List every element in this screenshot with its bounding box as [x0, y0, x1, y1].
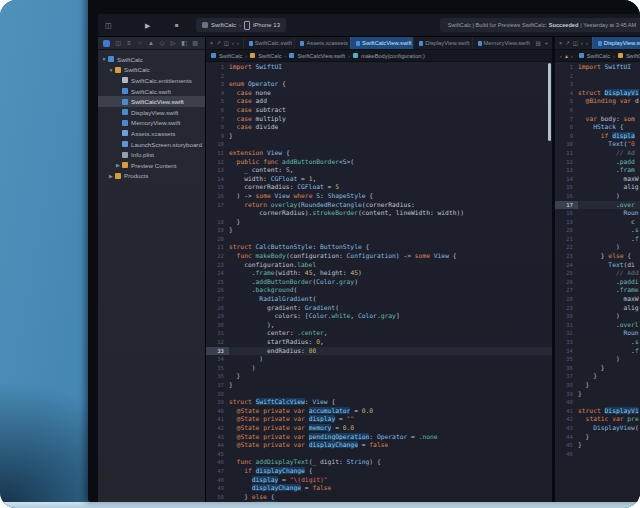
code-line: 10: [206, 140, 552, 149]
breadcrumb-item[interactable]: SwiftCalcView.swift: [297, 53, 345, 59]
breadcrumb-item[interactable]: SwiftCalc: [587, 53, 610, 59]
editor-control-icon[interactable]: ×: [210, 40, 213, 46]
editor-tab[interactable]: SwiftCalcView.swift: [350, 37, 413, 49]
file-row[interactable]: ▶Products: [98, 171, 205, 182]
editor-option-icon[interactable]: ▤: [536, 40, 541, 46]
line-number: 33: [555, 338, 578, 347]
line-number: 33: [206, 347, 229, 356]
breadcrumb-item[interactable]: makeBody(configuration:): [361, 53, 425, 59]
breadcrumb-item[interactable]: SwiftCalc: [626, 53, 640, 59]
code-line-content: display += digit: [229, 501, 312, 502]
sidebar-toggle-icon[interactable]: ◫: [105, 22, 112, 29]
editor-control-icon[interactable]: ›: [586, 40, 588, 46]
disclosure-chevron-icon[interactable]: ▶: [108, 173, 114, 179]
code-line-content: Roun: [578, 209, 639, 218]
editor-control-icon[interactable]: ↗: [565, 40, 570, 46]
file-row[interactable]: Info.plist: [98, 149, 205, 160]
navigator-tab-find-icon[interactable]: ○: [135, 40, 145, 46]
code-line-content: static var pre: [578, 415, 639, 424]
file-row[interactable]: Assets.xcassets: [98, 128, 205, 139]
code-line: 47 if displayChange {: [206, 467, 552, 476]
code-line-content: }: [578, 433, 589, 442]
file-row[interactable]: SwiftCalc.swift: [98, 86, 205, 97]
tab-label: SwiftCalcView.swift: [362, 40, 412, 46]
editor-control-icon[interactable]: ‹: [581, 40, 583, 46]
navigator-tab-symbols-icon[interactable]: ≡: [124, 40, 134, 46]
navigator-tab-reports-icon[interactable]: ▥: [190, 40, 200, 46]
tab-label: Assets.xcassets: [306, 40, 348, 46]
editor-left-code[interactable]: 1import SwiftUI23enum Operator {4 case n…: [206, 62, 552, 502]
editor-control-icon[interactable]: ◫: [573, 40, 578, 46]
issue-navigation: ‹▲›: [560, 53, 573, 59]
line-number: 38: [206, 390, 229, 399]
navigator-tab-bar: ▦◫≡○▲◇▷◧▥: [98, 37, 205, 50]
code-line-content: center: .center,: [229, 329, 328, 338]
breadcrumb-item[interactable]: SwiftCalc: [258, 53, 281, 59]
code-line: 25 .addButtonBorder(Color.gray): [206, 278, 552, 287]
code-line-content: .frame: [578, 286, 639, 295]
editor-right-code[interactable]: 1import SwiftUI234struct DisplayVi5 @Bin…: [555, 62, 640, 502]
breadcrumb-item[interactable]: SwiftCalc: [219, 53, 242, 59]
editor-tab[interactable]: Assets.xcassets: [294, 37, 350, 49]
code-line: 11extension View {: [206, 149, 552, 158]
previous-issue-icon[interactable]: ‹: [560, 53, 562, 59]
line-number: 19: [555, 218, 578, 227]
disclosure-chevron-icon[interactable]: ▶: [115, 162, 121, 168]
editor-option-icon[interactable]: +: [545, 40, 548, 46]
scheme-selector[interactable]: SwiftCalc › iPhone 13: [196, 18, 286, 32]
next-issue-icon[interactable]: ›: [571, 53, 573, 59]
file-row[interactable]: SwiftCalc.entitlements: [98, 75, 205, 86]
file-row[interactable]: ▼SwiftCalc: [98, 54, 205, 65]
code-line: 23 configuration.label: [206, 261, 552, 270]
file-row[interactable]: DisplayView.swift: [98, 107, 205, 118]
editor-left-breadcrumb[interactable]: SwiftCalc›SwiftCalc›SwiftCalcView.swift›…: [206, 50, 552, 62]
code-line: 24 .frame(width: 45, height: 45): [206, 269, 552, 278]
code-line: 26 .background(: [206, 286, 552, 295]
line-number: 2: [206, 72, 229, 81]
editor-tab-trailing-icons: ▤+: [532, 37, 552, 49]
code-line-content: Roun: [578, 329, 639, 338]
editor-control-icon[interactable]: ›: [237, 40, 239, 46]
disclosure-chevron-icon[interactable]: ▼: [108, 67, 114, 73]
navigator-tab-breakpoints-icon[interactable]: ◧: [179, 40, 189, 46]
scheme-device-label: iPhone 13: [253, 22, 280, 28]
line-number: 38: [555, 381, 578, 390]
code-line: 27 RadialGradient(: [206, 295, 552, 304]
file-row[interactable]: SwiftCalcView.swift: [98, 96, 205, 107]
editor-control-icon[interactable]: ◫: [224, 40, 229, 46]
file-row[interactable]: MemoryView.swift: [98, 118, 205, 129]
navigator-tab-debug-icon[interactable]: ▷: [168, 40, 178, 46]
stop-button[interactable]: ■: [175, 22, 179, 28]
editor-left[interactable]: ×↗◫‹›SwiftCalc.swiftAssets.xcassetsSwift…: [206, 37, 552, 502]
code-line-content: struct DisplayVi: [578, 89, 639, 98]
project-navigator[interactable]: ▼SwiftCalc▼SwiftCalcSwiftCalc.entitlemen…: [98, 50, 205, 502]
file-icon: [122, 88, 128, 94]
line-number: 18: [555, 209, 578, 218]
file-row[interactable]: ▼SwiftCalc: [98, 65, 205, 76]
code-line-content: .f: [578, 347, 639, 356]
editor-tab[interactable]: DisplayView.sw: [592, 37, 640, 49]
line-number: 9: [206, 132, 229, 141]
editor-control-icon[interactable]: ‹: [232, 40, 234, 46]
navigator-tab-issues-icon[interactable]: ▲: [146, 40, 156, 46]
code-line: 32 Roun: [555, 329, 640, 338]
editor-tab[interactable]: SwiftCalc.swift: [243, 37, 295, 49]
code-line: 3enum Operator {: [206, 80, 552, 89]
file-row[interactable]: ▶Preview Content: [98, 160, 205, 171]
navigator-tab-project-icon[interactable]: ▦: [103, 40, 110, 47]
editor-control-icon[interactable]: ↗: [216, 40, 221, 46]
editor-right-breadcrumb[interactable]: ‹▲›SwiftCalc›SwiftCalc›DisplayVie: [555, 50, 640, 62]
file-row[interactable]: LaunchScreen.storyboard: [98, 139, 205, 150]
editor-tab[interactable]: DisplayView.swift: [413, 37, 471, 49]
file-icon: [122, 141, 128, 147]
navigator-tab-source-control-icon[interactable]: ◫: [113, 40, 123, 46]
run-button[interactable]: ▶: [145, 22, 150, 29]
disclosure-chevron-icon[interactable]: ▼: [101, 56, 107, 62]
editor-control-icon[interactable]: ×: [559, 40, 562, 46]
navigator-tab-tests-icon[interactable]: ◇: [157, 40, 167, 46]
editor-right[interactable]: ×↗◫‹›DisplayView.sw ‹▲›SwiftCalc›SwiftCa…: [555, 37, 640, 502]
editor-tab[interactable]: MemoryView.swift: [472, 37, 532, 49]
editor-scrollbar[interactable]: [548, 63, 551, 141]
line-number: 47: [206, 467, 229, 476]
code-line: 10 Text("0: [555, 140, 640, 149]
